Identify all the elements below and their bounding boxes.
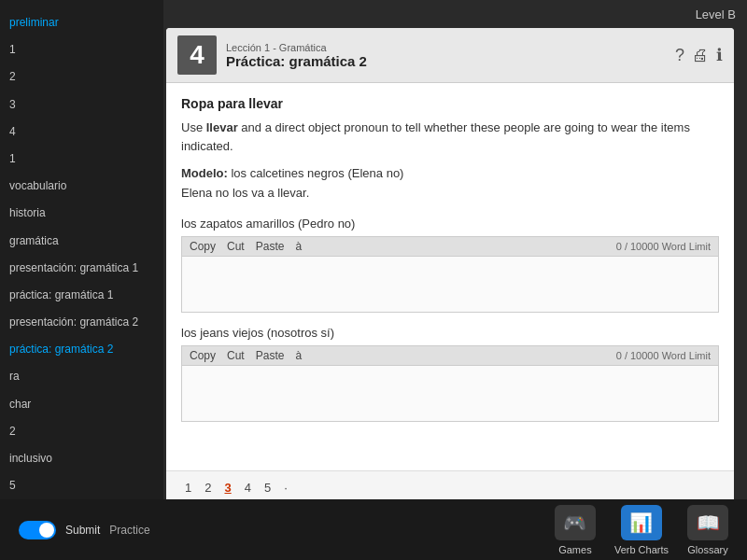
print-icon[interactable]: 🖨 <box>692 46 709 65</box>
accent-btn-2[interactable]: à <box>295 349 302 362</box>
modelo-label: Modelo: <box>181 166 228 180</box>
modelo-line2: Elena no los va a llevar. <box>181 186 309 200</box>
bottom-buttons: 🎮 Games 📊 Verb Charts 📖 Glossary <box>555 505 728 555</box>
cut-btn-2[interactable]: Cut <box>227 349 245 362</box>
exercise-2-input[interactable] <box>181 366 719 422</box>
toggle-switch[interactable] <box>19 521 56 539</box>
accent-btn-1[interactable]: à <box>295 240 302 253</box>
cut-btn-1[interactable]: Cut <box>227 240 245 253</box>
sidebar-item-4[interactable]: 4 <box>0 119 163 146</box>
page-1[interactable]: 1 <box>181 479 195 497</box>
toggle-knob <box>39 523 54 538</box>
main-content: 4 Lección 1 - Gramática Práctica: gramát… <box>166 28 734 504</box>
sidebar-item-ra[interactable]: ra <box>0 363 163 390</box>
sidebar-item-1b[interactable]: 1 <box>0 146 163 173</box>
submit-area: Submit Practice <box>19 521 150 539</box>
sidebar-item-historia[interactable]: historia <box>0 200 163 227</box>
sidebar-item-1a[interactable]: 1 <box>0 36 163 63</box>
sidebar-item-vocabulario[interactable]: vocabulario <box>0 173 163 200</box>
exercise-1-toolbar: Copy Cut Paste à 0 / 10000 Word Limit <box>181 236 719 257</box>
copy-btn-1[interactable]: Copy <box>190 240 216 253</box>
glossary-label: Glossary <box>687 544 727 555</box>
lesson-title: Práctica: gramática 2 <box>226 53 367 69</box>
level-label: Level B <box>684 0 747 29</box>
exercise-1-input[interactable] <box>181 257 719 313</box>
lesson-subtitle: Lección 1 - Gramática <box>226 42 367 53</box>
submit-label[interactable]: Submit <box>65 524 100 537</box>
sidebar-item-preliminar[interactable]: preliminar <box>0 9 163 36</box>
sidebar-item-presentacion2[interactable]: presentación: gramática 2 <box>0 309 163 336</box>
sidebar-item-3[interactable]: 3 <box>0 91 163 119</box>
glossary-button[interactable]: 📖 Glossary <box>687 505 728 555</box>
practice-label: Practice <box>109 524 149 537</box>
page-4[interactable]: 4 <box>241 479 255 497</box>
bold-llevar: llevar <box>206 120 238 134</box>
exercise-1-prompt: los zapatos amarillos (Pedro no) <box>181 217 719 231</box>
page-2[interactable]: 2 <box>201 479 215 497</box>
sidebar-item-gramatica[interactable]: gramática <box>0 228 163 255</box>
sidebar: preliminar 1 2 3 4 1 vocabulario histori… <box>0 0 163 523</box>
page-more: · <box>280 479 291 497</box>
copy-btn-2[interactable]: Copy <box>190 349 216 362</box>
modelo-line1: los calcetines negros (Elena no) <box>231 166 403 180</box>
paste-btn-1[interactable]: Paste <box>256 240 285 253</box>
page-5[interactable]: 5 <box>261 479 275 497</box>
word-limit-1: 0 / 10000 Word Limit <box>616 241 711 252</box>
bottom-bar: Submit Practice 🎮 Games 📊 Verb Charts 📖 … <box>0 499 747 560</box>
paste-btn-2[interactable]: Paste <box>256 349 285 362</box>
sidebar-item-inclusivo[interactable]: inclusivo <box>0 445 163 472</box>
instruction-text: Use llevar and a direct object pronoun t… <box>181 119 719 155</box>
verb-charts-icon: 📊 <box>621 505 662 540</box>
glossary-icon: 📖 <box>687 505 728 540</box>
games-label: Games <box>558 544 591 555</box>
sidebar-item-presentacion1[interactable]: presentación: gramática 1 <box>0 255 163 282</box>
games-button[interactable]: 🎮 Games <box>555 505 596 555</box>
sidebar-item-2b[interactable]: 2 <box>0 418 163 445</box>
exercise-2-toolbar: Copy Cut Paste à 0 / 10000 Word Limit <box>181 345 719 366</box>
sidebar-item-practica2[interactable]: práctica: gramática 2 <box>0 336 163 363</box>
sidebar-item-char[interactable]: char <box>0 391 163 418</box>
section-title: Ropa para llevar <box>181 96 719 111</box>
lesson-number: 4 <box>177 35 217 75</box>
page-3[interactable]: 3 <box>220 479 234 497</box>
games-icon: 🎮 <box>555 505 596 540</box>
sidebar-item-2[interactable]: 2 <box>0 63 163 91</box>
content-body: Ropa para llevar Use llevar and a direct… <box>166 83 734 470</box>
content-header: 4 Lección 1 - Gramática Práctica: gramát… <box>166 28 734 83</box>
sidebar-item-5a[interactable]: 5 <box>0 472 163 499</box>
info-icon[interactable]: ℹ <box>716 45 723 65</box>
sidebar-item-practica1[interactable]: práctica: gramática 1 <box>0 282 163 309</box>
verb-charts-button[interactable]: 📊 Verb Charts <box>614 505 669 555</box>
verb-charts-label: Verb Charts <box>614 544 669 555</box>
modelo-block: Modelo: los calcetines negros (Elena no)… <box>181 164 719 203</box>
word-limit-2: 0 / 10000 Word Limit <box>616 350 711 361</box>
help-icon[interactable]: ? <box>675 46 684 65</box>
exercise-2-prompt: los jeans viejos (nosotros sí) <box>181 326 719 340</box>
